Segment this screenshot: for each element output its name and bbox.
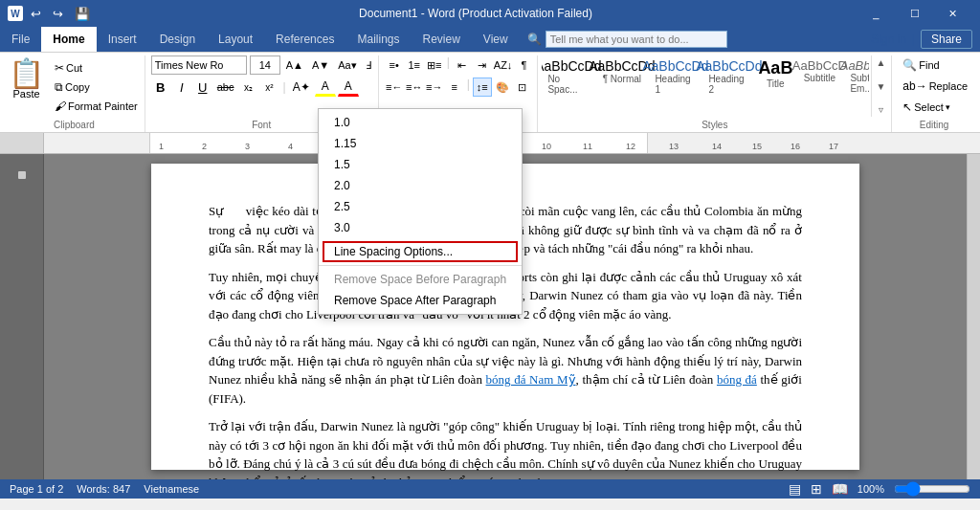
font-row1: A▲ A▼ Aa▾ Ⅎ [151, 55, 374, 75]
font-size-input[interactable] [250, 55, 280, 75]
change-case-button[interactable]: Aa▾ [335, 55, 359, 75]
tab-file[interactable]: File [0, 27, 41, 52]
copy-button[interactable]: ⧉ Copy [52, 78, 141, 96]
save-button[interactable]: 💾 [71, 5, 94, 23]
font-name-input[interactable] [151, 55, 247, 75]
justify-button[interactable]: ≡ [445, 78, 464, 97]
clipboard-group: 📋 Paste ✂ Cut ⧉ Copy 🖌 Format Painter [4, 55, 145, 132]
style-subtitle[interactable]: AaBbCcD Subtitle [795, 55, 843, 117]
window-title: Document1 - Word (Product Activation Fai… [359, 7, 592, 20]
numbering-button[interactable]: 1≡ [405, 55, 424, 75]
styles-group-label: Styles [542, 120, 887, 130]
tab-home[interactable]: Home [41, 27, 96, 52]
increase-indent-button[interactable]: ⇥ [473, 55, 492, 75]
maximize-button[interactable]: ☐ [896, 0, 934, 27]
sort-button[interactable]: AZ↓ [493, 55, 514, 75]
tab-design[interactable]: Design [148, 27, 207, 52]
undo-button[interactable]: ↩ [27, 5, 45, 23]
style-normal[interactable]: AaBbCcDd ¶ Normal [595, 55, 648, 117]
minimize-button[interactable]: ⎯ [858, 0, 896, 27]
remove-space-before[interactable]: Remove Space Before Paragraph [319, 269, 522, 290]
sign-in-link[interactable]: Sign in [871, 33, 906, 46]
right-scrollbar[interactable] [967, 154, 980, 479]
shrink-font-button[interactable]: A▼ [309, 55, 332, 75]
subscript-button[interactable]: x₂ [239, 78, 258, 97]
select-button[interactable]: ↖ Select ▾ [898, 98, 972, 117]
spacing-2-5[interactable]: 2.5 [319, 196, 522, 217]
tab-mailings[interactable]: Mailings [345, 27, 411, 52]
scissors-icon: ✂ [55, 61, 64, 75]
remove-space-after[interactable]: Remove Space After Paragraph [319, 290, 522, 311]
underline-button[interactable]: U [193, 78, 212, 97]
align-right-button[interactable]: ≡→ [425, 78, 444, 97]
style-title-preview: AaB [758, 58, 792, 78]
text-effects-button[interactable]: A✦ [290, 78, 313, 97]
editing-group-label: Editing [892, 120, 976, 130]
status-bar: Page 1 of 2 Words: 847 Vietnamese ▤ ⊞ 📖 … [0, 479, 980, 499]
line-spacing-button[interactable]: ↕≡ [473, 78, 492, 97]
spacing-1-15[interactable]: 1.15 [319, 133, 522, 154]
decrease-indent-button[interactable]: ⇤ [453, 55, 472, 75]
cut-button[interactable]: ✂ Cut [52, 59, 141, 77]
style-subtle-em-label: Subtle Em... [850, 73, 869, 94]
bullets-button[interactable]: ≡• [385, 55, 404, 75]
format-painter-icon: 🖌 [55, 100, 66, 113]
styles-scroll-buttons: ▲ ▼ ▿ [871, 55, 889, 117]
superscript-button[interactable]: x² [260, 78, 279, 97]
strikethrough-button[interactable]: abc [214, 78, 237, 97]
find-button[interactable]: 🔍 Find [898, 55, 972, 75]
spacing-1-0[interactable]: 1.0 [319, 112, 522, 133]
link-south-america-football[interactable]: bóng đá Nam Mỹ [486, 372, 576, 387]
clipboard-content: 📋 Paste ✂ Cut ⧉ Copy 🖌 Format Painter [4, 55, 141, 115]
close-button[interactable]: ✕ [934, 0, 972, 27]
align-left-button[interactable]: ≡← [385, 78, 404, 97]
style-subtle-em[interactable]: AaBbCcDd Subtle Em... [844, 55, 869, 117]
left-margin [0, 154, 44, 479]
tab-view[interactable]: View [472, 27, 520, 52]
title-bar: W ↩ ↪ 💾 Document1 - Word (Product Activa… [0, 0, 980, 27]
line-spacing-options-item[interactable]: Line Spacing Options... [323, 241, 518, 262]
share-button[interactable]: Share [921, 30, 972, 49]
style-subtle-em-preview: AaBbCcDd [840, 58, 870, 73]
spacing-3-0[interactable]: 3.0 [319, 217, 522, 238]
highlight-color-button[interactable]: A [315, 78, 336, 97]
word-count: Words: 847 [77, 483, 130, 495]
style-title[interactable]: AaB Title [756, 55, 794, 117]
style-heading1[interactable]: AaBbCcDd Heading 1 [649, 55, 702, 117]
style-heading2[interactable]: AaBbCcDd Heading 2 [702, 55, 755, 117]
spacing-1-5[interactable]: 1.5 [319, 154, 522, 175]
zoom-slider[interactable] [894, 483, 970, 495]
styles-group: AaBbCcDd No Spac... AaBbCcDd ¶ Normal Aa… [538, 55, 892, 132]
layout-web-icon[interactable]: ⊞ [811, 481, 822, 497]
grow-font-button[interactable]: A▲ [283, 55, 306, 75]
replace-button[interactable]: ab→ Replace [898, 77, 972, 96]
format-painter-button[interactable]: 🖌 Format Painter [52, 98, 141, 115]
clipboard-small-btns: ✂ Cut ⧉ Copy 🖌 Format Painter [52, 55, 141, 115]
tab-review[interactable]: Review [411, 27, 471, 52]
multilevel-list-button[interactable]: ⊞≡ [425, 55, 444, 75]
borders-button[interactable]: ⊡ [513, 78, 532, 97]
layout-print-icon[interactable]: ▤ [789, 481, 801, 497]
ribbon-search-input[interactable] [546, 31, 727, 48]
spacing-2-0[interactable]: 2.0 [319, 175, 522, 196]
styles-scroll-up-button[interactable]: ▲ [874, 55, 887, 70]
shading-button[interactable]: 🎨 [493, 78, 512, 97]
italic-button[interactable]: I [172, 78, 191, 97]
link-world-football[interactable]: bóng đá [717, 372, 757, 387]
bold-button[interactable]: B [151, 78, 170, 97]
show-hide-button[interactable]: ¶ [514, 55, 533, 75]
clear-format-button[interactable]: Ⅎ [363, 55, 374, 75]
style-no-spacing[interactable]: AaBbCcDd No Spac... [542, 55, 594, 117]
tab-layout[interactable]: Layout [207, 27, 264, 52]
redo-button[interactable]: ↪ [49, 5, 67, 23]
ribbon-tabs: File Home Insert Design Layout Reference… [0, 27, 520, 52]
styles-scroll-down-button[interactable]: ▼ [874, 79, 887, 94]
layout-read-icon[interactable]: 📖 [832, 481, 848, 497]
para-row1: ≡• 1≡ ⊞≡ | ⇤ ⇥ AZ↓ ¶ [385, 55, 534, 75]
align-center-button[interactable]: ≡↔ [405, 78, 424, 97]
paste-button[interactable]: 📋 Paste [4, 55, 49, 115]
font-color-button[interactable]: A [338, 78, 359, 97]
tab-references[interactable]: References [264, 27, 345, 52]
styles-expand-button[interactable]: ▿ [874, 102, 887, 117]
tab-insert[interactable]: Insert [97, 27, 148, 52]
